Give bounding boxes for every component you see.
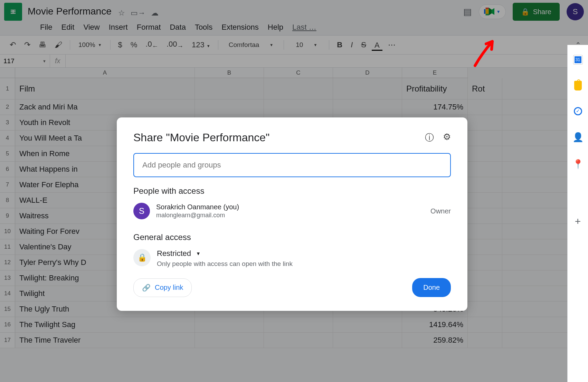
help-icon[interactable]: ⓘ bbox=[425, 132, 434, 144]
side-panel: 31 👤 📍 + bbox=[567, 45, 588, 382]
access-mode-select[interactable]: Restricted▼ bbox=[157, 249, 451, 258]
person-name: Sorakrich Oanmanee (you) bbox=[156, 203, 424, 211]
access-description: Only people with access can open with th… bbox=[157, 260, 451, 268]
tasks-icon[interactable] bbox=[574, 107, 582, 115]
people-access-heading: People with access bbox=[133, 186, 451, 196]
add-people-input[interactable] bbox=[133, 153, 451, 177]
keep-icon[interactable] bbox=[574, 81, 582, 90]
done-button[interactable]: Done bbox=[412, 278, 451, 297]
person-avatar: S bbox=[133, 203, 150, 219]
contacts-icon[interactable]: 👤 bbox=[573, 132, 583, 142]
lock-icon: 🔒 bbox=[133, 249, 151, 266]
maps-icon[interactable]: 📍 bbox=[573, 159, 583, 169]
copy-link-button[interactable]: 🔗 Copy link bbox=[133, 278, 192, 297]
calendar-icon[interactable]: 31 bbox=[573, 55, 582, 64]
gear-icon[interactable]: ⚙ bbox=[443, 132, 451, 144]
person-role: Owner bbox=[430, 207, 451, 215]
person-email: malonglearn@gmail.com bbox=[156, 212, 424, 219]
add-icon[interactable]: + bbox=[573, 216, 583, 227]
person-row: S Sorakrich Oanmanee (you) malonglearn@g… bbox=[133, 203, 451, 219]
dialog-title: Share "Movie Performance" bbox=[133, 131, 425, 144]
share-dialog: Share "Movie Performance" ⓘ ⚙ People wit… bbox=[117, 117, 467, 311]
link-icon: 🔗 bbox=[142, 284, 151, 292]
general-access-heading: General access bbox=[133, 232, 451, 242]
